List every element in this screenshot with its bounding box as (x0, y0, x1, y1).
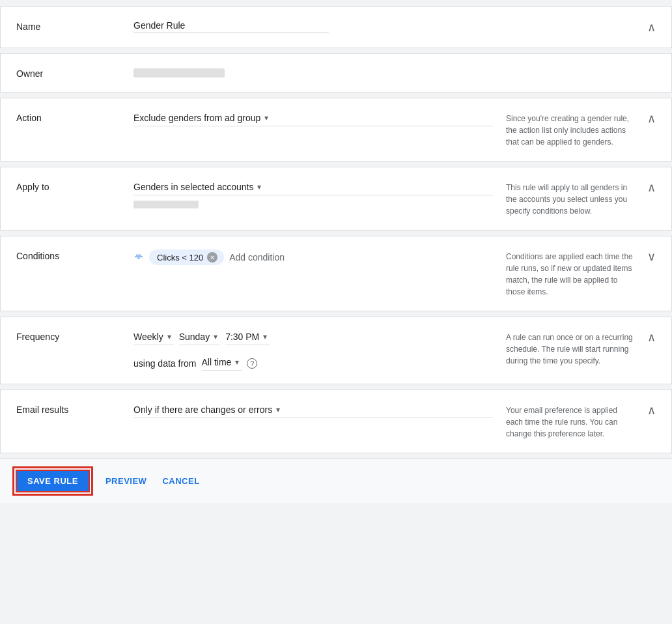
email-collapse-btn[interactable]: ∧ (636, 403, 656, 418)
action-value: Exclude genders from ad group (133, 113, 260, 123)
action-chevron-up-icon: ∧ (647, 112, 656, 125)
day-dropdown[interactable]: Sunday ▾ (179, 330, 220, 345)
condition-chip-close-icon[interactable]: ✕ (207, 252, 217, 262)
action-collapse-btn[interactable]: ∧ (636, 111, 656, 126)
email-value: Only if there are changes or errors (133, 404, 272, 415)
name-section: Name Gender Rule ∧ (0, 7, 672, 48)
action-content: Exclude genders from ad group ▾ (133, 111, 493, 126)
owner-placeholder (133, 68, 225, 78)
frequency-section: Frequency Weekly ▾ Sunday ▾ 7:30 PM ▾ us… (0, 317, 672, 384)
apply-to-dropdown[interactable]: Genders in selected accounts ▾ (133, 180, 493, 195)
owner-label: Owner (16, 67, 133, 79)
data-from-help-icon[interactable]: ? (247, 358, 257, 369)
time-dropdown-arrow-icon: ▾ (263, 332, 267, 341)
apply-to-help-text: This rule will apply to all genders in t… (493, 180, 636, 217)
frequency-row: Weekly ▾ Sunday ▾ 7:30 PM ▾ (133, 330, 493, 345)
owner-section: Owner (0, 53, 672, 92)
apply-to-content: Genders in selected accounts ▾ (133, 180, 493, 208)
name-collapse-btn[interactable]: ∧ (636, 20, 656, 35)
apply-to-label: Apply to (16, 180, 133, 192)
data-from-value: All time (202, 357, 232, 367)
conditions-chevron-down-icon: ∨ (647, 250, 656, 263)
data-from-dropdown[interactable]: All time ▾ (202, 356, 242, 371)
owner-content (133, 67, 493, 78)
save-rule-button[interactable]: SAVE RULE (16, 470, 90, 492)
frequency-chevron-up-icon: ∧ (647, 331, 656, 344)
apply-to-account-placeholder (133, 201, 199, 208)
frequency-dropdown[interactable]: Weekly ▾ (133, 330, 174, 345)
conditions-label: Conditions (16, 249, 133, 261)
email-chevron-up-icon: ∧ (647, 404, 656, 417)
frequency-dropdown-arrow-icon: ▾ (167, 332, 171, 341)
time-value: 7:30 PM (225, 332, 259, 342)
name-value: Gender Rule (133, 20, 329, 33)
name-chevron-up-icon: ∧ (647, 21, 656, 34)
action-dropdown[interactable]: Exclude genders from ad group ▾ (133, 111, 493, 126)
email-label: Email results (16, 403, 133, 415)
action-help-text: Since you're creating a gender rule, the… (493, 111, 636, 148)
email-content: Only if there are changes or errors ▾ (133, 403, 493, 418)
add-condition-button[interactable]: Add condition (229, 252, 285, 262)
frequency-value: Weekly (133, 332, 163, 342)
apply-to-section: Apply to Genders in selected accounts ▾ … (0, 167, 672, 231)
condition-chip: Clicks < 120 ✕ (149, 249, 224, 265)
apply-to-value: Genders in selected accounts (133, 182, 253, 192)
bottom-bar: SAVE RULE PREVIEW CANCEL (0, 459, 672, 503)
name-label: Name (16, 20, 133, 32)
data-from-row: using data from All time ▾ ? (133, 356, 493, 371)
email-dropdown-arrow-icon: ▾ (276, 405, 280, 414)
condition-chip-value: Clicks < 120 (157, 253, 203, 262)
frequency-collapse-btn[interactable]: ∧ (636, 330, 656, 345)
using-data-from-label: using data from (133, 358, 197, 369)
filter-icon (133, 251, 144, 264)
data-from-dropdown-arrow-icon: ▾ (235, 358, 239, 367)
name-help (493, 20, 636, 21)
email-dropdown[interactable]: Only if there are changes or errors ▾ (133, 403, 493, 418)
action-dropdown-arrow-icon: ▾ (264, 113, 268, 122)
day-dropdown-arrow-icon: ▾ (214, 332, 217, 341)
apply-to-collapse-btn[interactable]: ∧ (636, 180, 656, 195)
action-label: Action (16, 111, 133, 123)
apply-to-chevron-up-icon: ∧ (647, 181, 656, 194)
preview-button[interactable]: PREVIEW (105, 476, 147, 486)
frequency-help-text: A rule can run once or on a recurring sc… (493, 330, 636, 367)
conditions-collapse-btn[interactable]: ∨ (636, 249, 656, 264)
action-section: Action Exclude genders from ad group ▾ S… (0, 98, 672, 162)
cancel-button[interactable]: CANCEL (162, 476, 199, 486)
conditions-content: Clicks < 120 ✕ Add condition (133, 249, 493, 265)
frequency-content: Weekly ▾ Sunday ▾ 7:30 PM ▾ using data f… (133, 330, 493, 371)
page-container: Name Gender Rule ∧ Owner Action Exclude … (0, 0, 672, 624)
email-help-text: Your email preference is applied each ti… (493, 403, 636, 440)
apply-to-dropdown-arrow-icon: ▾ (257, 182, 261, 191)
email-section: Email results Only if there are changes … (0, 390, 672, 453)
frequency-label: Frequency (16, 330, 133, 342)
conditions-section: Conditions Clicks < 120 ✕ Add condition … (0, 236, 672, 311)
conditions-row: Clicks < 120 ✕ Add condition (133, 249, 493, 265)
conditions-help-text: Conditions are applied each time the rul… (493, 249, 636, 298)
owner-help (493, 67, 636, 68)
name-content: Gender Rule (133, 20, 493, 33)
time-dropdown[interactable]: 7:30 PM ▾ (225, 330, 270, 345)
day-value: Sunday (179, 332, 210, 342)
